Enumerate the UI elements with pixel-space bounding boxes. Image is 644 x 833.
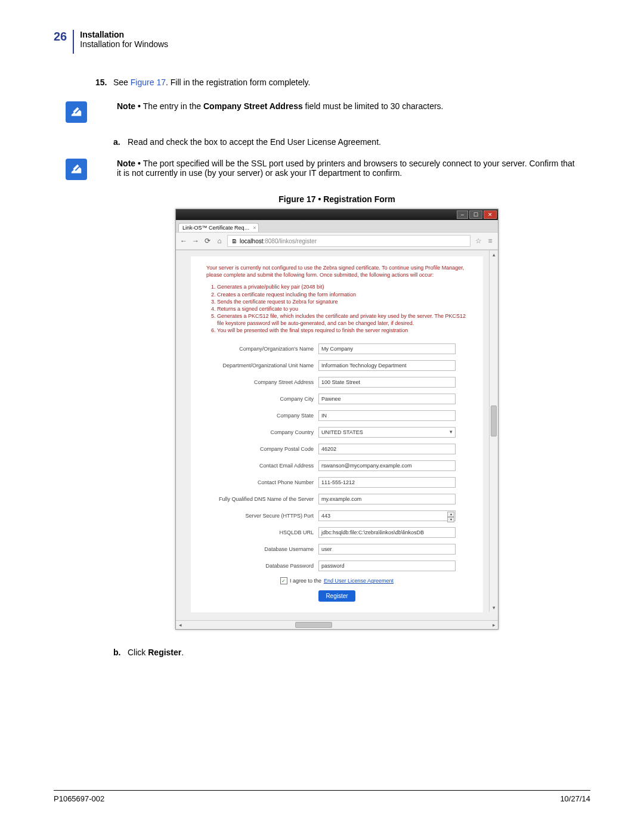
input-street[interactable]: 100 State Street xyxy=(318,377,456,388)
label-country: Company Country xyxy=(206,429,318,435)
value-dept: Information Technology Department xyxy=(321,363,406,368)
vertical-scrollbar[interactable]: ▴ ▾ xyxy=(489,250,498,612)
input-phone[interactable]: 111-555-1212 xyxy=(318,477,456,488)
figure-17-link[interactable]: Figure 17 xyxy=(131,78,166,87)
label-state: Company State xyxy=(206,413,318,419)
label-dbuser: Database Username xyxy=(206,546,318,552)
footer-right: 10/27/14 xyxy=(560,794,590,803)
form-step: Sends the certificate request to Zebra f… xyxy=(217,298,467,305)
note-bold: Company Street Address xyxy=(203,101,303,111)
input-state[interactable]: IN xyxy=(318,410,456,421)
value-email: rswanson@mycompany.example.com xyxy=(321,463,412,469)
forward-icon[interactable]: → xyxy=(191,237,200,245)
browser-toolbar: ← → ⟳ ⌂ 🗎 localhost:8080/linkos/register… xyxy=(176,232,498,250)
value-fqdn: my.example.com xyxy=(321,496,361,502)
eula-checkbox[interactable]: ✓ xyxy=(280,577,287,584)
browser-tabstrip: Link-OS™ Certificate Req… × xyxy=(176,220,498,232)
label-dept: Department/Organizational Unit Name xyxy=(206,363,318,368)
note-lead: Note • xyxy=(117,159,143,168)
home-icon[interactable]: ⌂ xyxy=(215,237,224,245)
note-icon xyxy=(66,159,87,180)
screenshot-browser-window: – ☐ ✕ Link-OS™ Certificate Req… × ← → ⟳ … xyxy=(175,209,499,630)
scroll-thumb[interactable] xyxy=(491,405,497,436)
value-postal: 46202 xyxy=(321,446,336,452)
label-port: Server Secure (HTTPS) Port xyxy=(206,513,318,519)
window-minimize-button[interactable]: – xyxy=(457,210,468,219)
page-footer: P1065697-002 10/27/14 xyxy=(54,790,590,803)
value-hsqldb: jdbc:hsqldb:file:C:\zebra\linkos\db\link… xyxy=(321,529,424,535)
form-step: Returns a signed certificate to you xyxy=(217,305,467,312)
form-intro-text: Your server is currently not configured … xyxy=(206,265,467,278)
url-input[interactable]: 🗎 localhost:8080/linkos/register xyxy=(227,235,470,247)
eula-prefix: I agree to the xyxy=(290,578,321,584)
label-city: Company City xyxy=(206,396,318,402)
hscroll-thumb[interactable] xyxy=(295,622,332,628)
note-icon xyxy=(66,101,87,123)
input-dept[interactable]: Information Technology Department xyxy=(318,360,456,371)
substep-a: a. Read and check the box to accept the … xyxy=(113,137,578,147)
input-postal[interactable]: 46202 xyxy=(318,444,456,454)
scroll-right-icon[interactable]: ▸ xyxy=(490,621,498,629)
horizontal-scrollbar[interactable]: ◂ ▸ xyxy=(176,620,498,629)
value-country: UNITED STATES xyxy=(321,429,363,435)
bookmark-icon[interactable]: ☆ xyxy=(474,237,482,245)
window-titlebar: – ☐ ✕ xyxy=(176,209,498,220)
window-maximize-button[interactable]: ☐ xyxy=(469,210,482,219)
form-step: Generates a private/public key pair (204… xyxy=(217,283,467,290)
browser-viewport: Your server is currently not configured … xyxy=(176,250,498,620)
select-country[interactable]: UNITED STATES xyxy=(318,427,456,438)
scroll-down-icon[interactable]: ▾ xyxy=(490,603,498,612)
footer-left: P1065697-002 xyxy=(54,794,104,803)
page-number: 26 xyxy=(54,30,67,44)
label-postal: Company Postal Code xyxy=(206,446,318,452)
value-dbpass: password xyxy=(321,563,345,569)
scroll-up-icon[interactable]: ▴ xyxy=(490,250,498,259)
value-port: 443 xyxy=(321,513,330,519)
input-dbpass[interactable]: password xyxy=(318,561,456,571)
eula-link[interactable]: End User License Agreement xyxy=(324,578,394,584)
substep-prefix: Click xyxy=(128,648,148,657)
input-dbuser[interactable]: user xyxy=(318,544,456,555)
label-phone: Contact Phone Number xyxy=(206,479,318,485)
register-button[interactable]: Register xyxy=(318,590,355,602)
eula-row: ✓ I agree to the End User License Agreem… xyxy=(206,577,467,584)
label-street: Company Street Address xyxy=(206,379,318,385)
step-15: 15. See Figure 17. Fill in the registrat… xyxy=(95,78,578,87)
input-hsqldb[interactable]: jdbc:hsqldb:file:C:\zebra\linkos\db\link… xyxy=(318,527,456,538)
note-2: Note • The port specified will be the SS… xyxy=(66,159,578,180)
spinner-up-icon[interactable]: ▴ xyxy=(447,512,454,517)
input-port[interactable]: 443▴▾ xyxy=(318,510,456,521)
page-header: 26 Installation Installation for Windows xyxy=(54,30,590,54)
label-hsqldb: HSQLDB URL xyxy=(206,529,318,535)
figure-caption: Figure 17 • Registration Form xyxy=(95,194,578,204)
tab-close-icon[interactable]: × xyxy=(253,225,256,231)
scroll-left-icon[interactable]: ◂ xyxy=(176,621,184,629)
value-city: Pawnee xyxy=(321,396,341,402)
value-street: 100 State Street xyxy=(321,379,360,385)
label-fqdn: Fully Qualified DNS Name of the Server xyxy=(206,496,318,502)
window-close-button[interactable]: ✕ xyxy=(484,210,497,219)
section-title: Installation xyxy=(80,30,168,39)
url-path: :8080/linkos/register xyxy=(263,238,317,244)
note-lead: Note • xyxy=(117,101,143,111)
note-text-1: The entry in the xyxy=(143,101,203,111)
value-dbuser: user xyxy=(321,546,332,552)
note-body: Note • The entry in the Company Street A… xyxy=(117,101,578,111)
step-number: 15. xyxy=(95,78,113,87)
input-org[interactable]: My Company xyxy=(318,343,456,354)
label-dbpass: Database Password xyxy=(206,563,318,569)
menu-icon[interactable]: ≡ xyxy=(486,237,494,245)
substep-text: Read and check the box to accept the End… xyxy=(128,137,381,147)
input-email[interactable]: rswanson@mycompany.example.com xyxy=(318,460,456,471)
input-city[interactable]: Pawnee xyxy=(318,394,456,404)
browser-tab[interactable]: Link-OS™ Certificate Req… × xyxy=(178,223,259,232)
back-icon[interactable]: ← xyxy=(179,237,188,245)
reload-icon[interactable]: ⟳ xyxy=(203,237,212,245)
spinner-down-icon[interactable]: ▾ xyxy=(447,517,454,522)
tab-title: Link-OS™ Certificate Req… xyxy=(182,225,250,231)
step-text: See Figure 17. Fill in the registration … xyxy=(113,78,578,87)
substep-suffix: . xyxy=(181,648,184,657)
form-step: Creates a certificate request including … xyxy=(217,291,467,298)
input-fqdn[interactable]: my.example.com xyxy=(318,494,456,504)
substep-bold: Register xyxy=(148,648,181,657)
